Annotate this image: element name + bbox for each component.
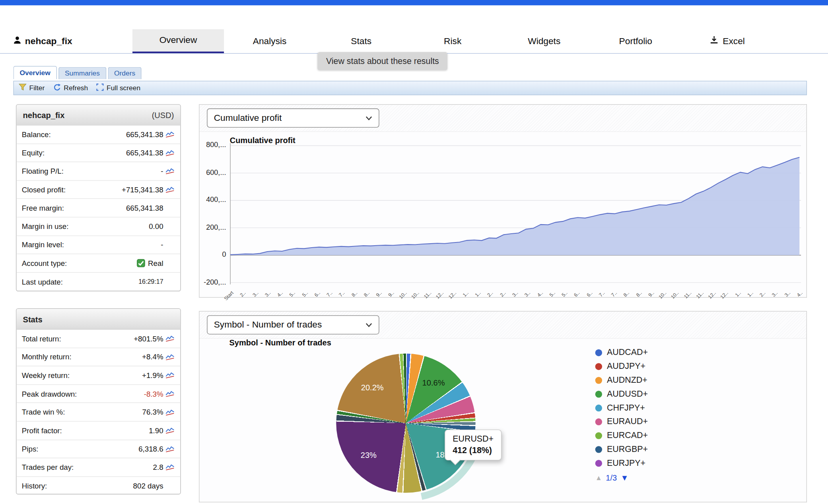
legend-item[interactable]: AUDJPY+ <box>595 359 648 373</box>
tab-label: Analysis <box>253 36 287 47</box>
tab-excel[interactable]: Excel <box>681 29 773 53</box>
panel-header: nehcap_fix (USD) <box>16 105 180 125</box>
tab-label: Widgets <box>528 36 560 47</box>
symbol-chart-type-select[interactable]: Symbol - Number of trades <box>207 315 379 334</box>
chart-tooltip: EURUSD+ 412 (18%) <box>445 430 501 461</box>
x-axis-tick-label: 7.. <box>597 290 605 298</box>
chart-title: Symbol - Number of trades <box>229 338 331 347</box>
row-label: Margin in use: <box>22 222 149 231</box>
x-axis-tick-label: 8.. <box>362 290 370 298</box>
legend-swatch-icon <box>595 459 602 466</box>
y-axis-tick-label: 600,... <box>200 168 226 176</box>
row-label: Monthly return: <box>22 353 142 361</box>
sparkline-icon[interactable] <box>163 409 177 415</box>
row-value: +1.9% <box>142 371 163 380</box>
tab-analysis[interactable]: Analysis <box>224 29 315 53</box>
x-axis-tick-label: 5.. <box>301 290 309 298</box>
table-row: Trade win %:76.3% <box>16 403 180 421</box>
row-value: - <box>161 240 163 249</box>
row-value: Real <box>137 259 163 267</box>
page: nehcap_fix Overview Analysis Stats Risk … <box>0 0 828 504</box>
sparkline-icon[interactable] <box>163 372 177 379</box>
sparkline-icon[interactable] <box>163 168 177 174</box>
refresh-icon <box>53 83 61 93</box>
subtab-orders[interactable]: Orders <box>108 67 142 79</box>
x-axis-tick-label: 9.. <box>387 290 395 298</box>
x-axis-tick-label: 1.. <box>474 290 482 298</box>
legend-swatch-icon <box>595 377 602 384</box>
row-label: Account type: <box>22 259 137 267</box>
sparkline-icon[interactable] <box>163 353 177 360</box>
sparkline-icon[interactable] <box>163 464 177 471</box>
legend-item[interactable]: AUDCAD+ <box>595 345 648 359</box>
row-value: 16:29:17 <box>138 278 163 286</box>
legend-swatch-icon <box>595 432 602 439</box>
refresh-label: Refresh <box>64 84 88 92</box>
legend-label: EURGBP+ <box>607 444 648 454</box>
fullscreen-button[interactable]: Full screen <box>97 83 140 93</box>
legend-item[interactable]: AUDUSD+ <box>595 387 648 401</box>
chevron-down-icon <box>365 320 372 330</box>
x-axis-tick-label: 2.. <box>758 290 766 298</box>
row-label: Pips: <box>22 445 138 453</box>
cumulative-profit-chart[interactable] <box>229 141 801 295</box>
row-value: 1.90 <box>149 426 163 434</box>
pie-chart[interactable] <box>336 353 475 492</box>
subtab-overview[interactable]: Overview <box>13 66 56 79</box>
x-axis-tick-label: 1.. <box>734 290 742 298</box>
subtab-summaries[interactable]: Summaries <box>58 67 106 79</box>
legend-swatch-icon <box>595 363 602 370</box>
sparkline-icon[interactable] <box>163 131 177 138</box>
legend-item[interactable]: CHFJPY+ <box>595 401 648 415</box>
legend-swatch-icon <box>595 390 602 397</box>
x-axis-tick-label: 10.. <box>410 290 420 300</box>
pager-down-icon[interactable]: ▼ <box>621 473 629 482</box>
x-axis-tick-label: 2.. <box>499 290 507 298</box>
legend-label: EURCAD+ <box>607 430 648 440</box>
row-value: 802 days <box>133 482 163 490</box>
stats-panel: Stats Total return:+801.5%Monthly return… <box>16 308 181 494</box>
sparkline-icon[interactable] <box>163 446 177 452</box>
x-axis-tick-label: 7.. <box>610 290 618 298</box>
legend-swatch-icon <box>595 404 602 411</box>
pager-up-icon[interactable]: ▲ <box>595 474 602 482</box>
panel-currency: (USD) <box>152 110 174 120</box>
sparkline-icon[interactable] <box>163 186 177 193</box>
x-axis-tick-label: 6.. <box>313 290 321 298</box>
sparkline-icon[interactable] <box>163 335 177 342</box>
account-chip[interactable]: nehcap_fix <box>13 29 72 53</box>
legend-item[interactable]: EURCAD+ <box>595 428 648 442</box>
table-row: Weekly return:+1.9% <box>16 366 180 385</box>
chart-title: Cumulative profit <box>230 136 295 145</box>
tab-stats[interactable]: Stats <box>315 29 407 53</box>
legend-item[interactable]: AUDNZD+ <box>595 373 648 387</box>
tab-overview[interactable]: Overview <box>132 29 224 53</box>
x-axis-tick-label: 4.. <box>276 290 284 298</box>
legend-label: EURAUD+ <box>607 417 648 426</box>
table-row: Profit factor:1.90 <box>16 422 180 440</box>
sparkline-icon[interactable] <box>163 390 177 397</box>
sparkline-icon[interactable] <box>163 149 177 156</box>
legend-swatch-icon <box>595 446 602 452</box>
refresh-button[interactable]: Refresh <box>53 83 88 93</box>
sparkline-icon[interactable] <box>163 427 177 434</box>
tab-widgets[interactable]: Widgets <box>498 29 590 53</box>
legend-label: AUDCAD+ <box>607 348 648 357</box>
filter-label: Filter <box>29 84 45 92</box>
legend-item[interactable]: EURAUD+ <box>595 415 648 428</box>
chevron-down-icon <box>365 113 372 124</box>
x-axis-tick-label: 4.. <box>536 290 544 298</box>
user-icon <box>13 36 21 47</box>
y-axis-tick-label: 400,... <box>200 196 226 204</box>
filter-button[interactable]: Filter <box>19 83 45 93</box>
x-axis-tick-label: 12.. <box>447 290 457 300</box>
table-row: Account type:Real <box>16 254 180 273</box>
toolbar: Filter Refresh Full screen <box>13 81 807 95</box>
legend-item[interactable]: EURJPY+ <box>595 456 648 470</box>
tab-risk[interactable]: Risk <box>407 29 498 53</box>
profit-chart-type-select[interactable]: Cumulative profit <box>207 109 379 128</box>
legend-item[interactable]: EURGBP+ <box>595 442 648 456</box>
tab-portfolio[interactable]: Portfolio <box>590 29 681 53</box>
sub-tab-bar: Overview Summaries Orders <box>13 66 142 79</box>
row-value: 665,341.38 <box>126 204 163 212</box>
